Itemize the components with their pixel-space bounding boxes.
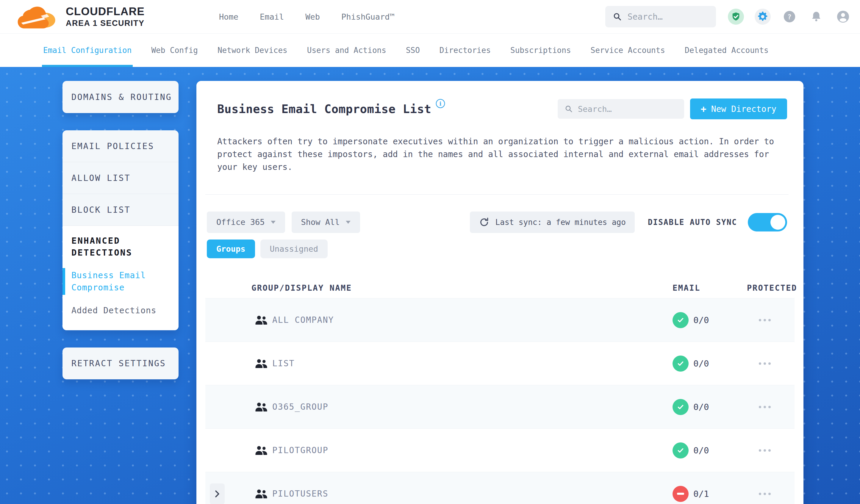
sidebar-item-business-email-compromise[interactable]: Business Email Compromise: [62, 269, 158, 294]
sidebar-item-enhanced-detections[interactable]: ENHANCED DETECTIONS: [62, 235, 158, 259]
refresh-icon: [479, 217, 489, 228]
top-header: CLOUDFLARE AREA 1 SECURITY Home Email We…: [0, 0, 860, 33]
table-row: ALL COMPANY 0/0: [205, 298, 794, 342]
group-name: O365_GROUP: [272, 402, 464, 412]
group-name: ALL COMPANY: [272, 315, 464, 325]
tab-directories[interactable]: Directories: [440, 34, 491, 67]
protected-count: 0/0: [693, 359, 709, 369]
logo-brand: CLOUDFLARE: [66, 5, 145, 18]
table-row: PILOTGROUP 0/0: [205, 429, 794, 472]
sidebar-item-domains-routing[interactable]: DOMAINS & ROUTING: [62, 92, 172, 102]
directory-search-input[interactable]: [578, 104, 677, 114]
tab-service-accounts[interactable]: Service Accounts: [591, 34, 665, 67]
group-icon: [255, 445, 268, 456]
group-icon: [255, 489, 268, 499]
column-email: EMAIL: [673, 283, 747, 292]
notifications-bell-icon[interactable]: [808, 9, 824, 25]
sidebar-item-added-detections[interactable]: Added Detections: [62, 304, 178, 317]
caret-down-icon: [346, 221, 350, 224]
protected-status-icon: [673, 356, 689, 372]
table-header: GROUP/DISPLAY NAME EMAIL PROTECTED: [205, 282, 794, 298]
sidebar-item-retract-settings[interactable]: RETRACT SETTINGS: [62, 359, 166, 368]
column-protected: PROTECTED: [747, 283, 797, 292]
user-avatar[interactable]: [835, 9, 851, 25]
plus-icon: +: [701, 103, 706, 115]
protected-status-icon: [673, 312, 689, 328]
nav-home[interactable]: Home: [219, 12, 238, 21]
protected-status-icon: [673, 399, 689, 415]
settings-gear-icon[interactable]: [755, 9, 771, 25]
new-directory-button[interactable]: + New Directory: [690, 99, 787, 119]
sidebar-item-email-policies[interactable]: EMAIL POLICIES: [62, 130, 178, 162]
row-menu-icon[interactable]: [759, 493, 771, 495]
tab-email-configuration[interactable]: Email Configuration: [43, 34, 131, 67]
section-tabs: Email Configuration Web Config Network D…: [0, 33, 860, 67]
sidebar-item-block-list[interactable]: BLOCK LIST: [62, 194, 178, 226]
panel-titlebar: Business Email Compromise List i + New D…: [197, 81, 803, 120]
search-icon: [613, 12, 622, 22]
source-dropdown[interactable]: Office 365: [207, 212, 285, 233]
svg-text:i: i: [440, 101, 442, 107]
cloudflare-logo[interactable]: CLOUDFLARE AREA 1 SECURITY: [16, 3, 145, 30]
logo-sub-brand: AREA 1 SECURITY: [66, 19, 145, 28]
security-status-icon[interactable]: [728, 9, 744, 25]
not-protected-status-icon: [673, 486, 689, 502]
group-icon: [255, 358, 268, 369]
row-expand-button[interactable]: [210, 484, 225, 504]
caret-down-icon: [271, 221, 275, 224]
info-icon[interactable]: i: [435, 99, 445, 110]
tab-subscriptions[interactable]: Subscriptions: [510, 34, 571, 67]
sidebar-item-allow-list[interactable]: ALLOW LIST: [62, 162, 178, 194]
nav-phishguard[interactable]: PhishGuard™: [341, 12, 395, 21]
protected-count: 0/0: [693, 402, 709, 412]
group-icon: [255, 315, 268, 326]
row-menu-icon[interactable]: [759, 319, 771, 321]
segment-groups[interactable]: Groups: [207, 240, 255, 258]
section-divider: [205, 194, 789, 195]
groups-table: GROUP/DISPLAY NAME EMAIL PROTECTED ALL C…: [205, 282, 794, 504]
filter-row: Office 365 Show All Last sync: a few min…: [207, 211, 787, 233]
tab-users-and-actions[interactable]: Users and Actions: [307, 34, 386, 67]
protected-count: 0/0: [693, 445, 709, 456]
group-icon: [255, 402, 268, 412]
search-icon: [565, 104, 573, 113]
row-menu-icon[interactable]: [759, 406, 771, 408]
group-name: LIST: [272, 359, 464, 368]
table-row: PILOTUSERS 0/1: [205, 472, 794, 504]
global-search-input[interactable]: [628, 12, 708, 22]
protected-status-icon: [673, 443, 689, 459]
table-row: O365_GROUP 0/0: [205, 385, 794, 429]
sidebar-section-enhanced-detections: ENHANCED DETECTIONS Business Email Compr…: [62, 226, 178, 330]
primary-nav: Home Email Web PhishGuard™: [219, 12, 395, 21]
segment-unassigned[interactable]: Unassigned: [260, 240, 328, 258]
group-name: PILOTGROUP: [272, 445, 464, 455]
protected-count: 0/1: [693, 489, 709, 499]
help-icon[interactable]: ?: [782, 9, 798, 25]
protected-count: 0/0: [693, 315, 709, 325]
directory-search[interactable]: [558, 99, 684, 119]
segment-switcher: Groups Unassigned: [207, 240, 803, 258]
cloudflare-cloud-icon: [16, 3, 61, 30]
last-sync-button[interactable]: Last sync: a few minutes ago: [470, 212, 635, 233]
toggle-knob: [771, 215, 785, 230]
active-indicator-bar: [62, 268, 65, 295]
tab-network-devices[interactable]: Network Devices: [217, 34, 287, 67]
global-search[interactable]: [605, 6, 716, 27]
show-filter-dropdown[interactable]: Show All: [292, 212, 360, 233]
page-title: Business Email Compromise List: [217, 102, 431, 116]
nav-web[interactable]: Web: [305, 12, 320, 21]
auto-sync-toggle[interactable]: [748, 213, 787, 231]
sidebar-card-domains-routing[interactable]: DOMAINS & ROUTING: [62, 81, 178, 113]
page-description: Attackers often try to impersonate execu…: [217, 135, 783, 173]
sidebar-card-retract-settings[interactable]: RETRACT SETTINGS: [62, 347, 178, 379]
sidebar-card-email-sections: EMAIL POLICIES ALLOW LIST BLOCK LIST ENH…: [62, 130, 178, 330]
row-menu-icon[interactable]: [759, 362, 771, 365]
row-menu-icon[interactable]: [759, 449, 771, 452]
header-icon-cluster: ?: [728, 9, 851, 25]
tab-delegated-accounts[interactable]: Delegated Accounts: [685, 34, 769, 67]
tab-sso[interactable]: SSO: [406, 34, 420, 67]
tab-web-config[interactable]: Web Config: [151, 34, 198, 67]
nav-email[interactable]: Email: [260, 12, 284, 21]
page-background: DOMAINS & ROUTING EMAIL POLICIES ALLOW L…: [0, 67, 860, 504]
group-name: PILOTUSERS: [272, 489, 464, 499]
